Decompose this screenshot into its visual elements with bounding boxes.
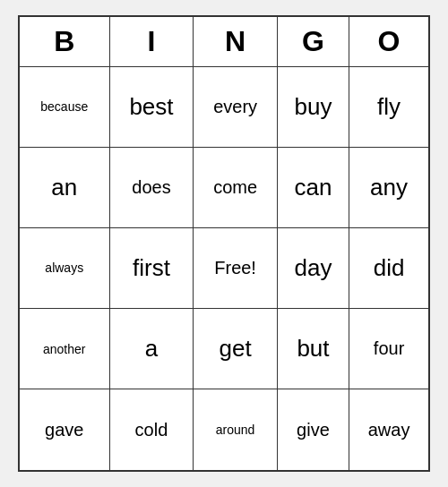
cell-r0-c0: because bbox=[20, 66, 109, 147]
header-n: N bbox=[194, 17, 277, 66]
cell-r1-c4: any bbox=[349, 147, 428, 227]
cell-r1-c0: an bbox=[20, 147, 109, 227]
header-b: B bbox=[20, 17, 109, 66]
cell-r4-c4: away bbox=[349, 389, 428, 470]
cell-r1-c1: does bbox=[109, 147, 194, 227]
cell-r4-c2: around bbox=[194, 389, 277, 470]
header-g: G bbox=[277, 17, 349, 66]
cell-r4-c3: give bbox=[277, 389, 349, 470]
table-row: alwaysfirstFree!daydid bbox=[20, 227, 428, 308]
cell-r2-c3: day bbox=[277, 227, 349, 308]
cell-r4-c1: cold bbox=[109, 389, 194, 470]
table-row: andoescomecanany bbox=[20, 147, 428, 227]
cell-r0-c4: fly bbox=[349, 66, 428, 147]
cell-r4-c0: gave bbox=[20, 389, 109, 470]
header-o: O bbox=[349, 17, 428, 66]
cell-r3-c4: four bbox=[349, 309, 428, 389]
cell-r0-c2: every bbox=[194, 66, 277, 147]
cell-r2-c0: always bbox=[20, 227, 109, 308]
cell-r0-c1: best bbox=[109, 66, 194, 147]
cell-r2-c4: did bbox=[349, 227, 428, 308]
bingo-table: BINGO becausebesteverybuyflyandoescomeca… bbox=[20, 17, 428, 470]
table-row: becausebesteverybuyfly bbox=[20, 66, 428, 147]
cell-r1-c3: can bbox=[277, 147, 349, 227]
cell-r3-c0: another bbox=[20, 309, 109, 389]
table-row: anotheragetbutfour bbox=[20, 309, 428, 389]
table-row: gavecoldaroundgiveaway bbox=[20, 389, 428, 470]
cell-r1-c2: come bbox=[194, 147, 277, 227]
cell-r0-c3: buy bbox=[277, 66, 349, 147]
cell-r3-c3: but bbox=[277, 309, 349, 389]
cell-r2-c2: Free! bbox=[194, 227, 277, 308]
cell-r2-c1: first bbox=[109, 227, 194, 308]
bingo-card: BINGO becausebesteverybuyflyandoescomeca… bbox=[18, 15, 430, 472]
cell-r3-c1: a bbox=[109, 309, 194, 389]
cell-r3-c2: get bbox=[194, 309, 277, 389]
header-i: I bbox=[109, 17, 194, 66]
header-row: BINGO bbox=[20, 17, 428, 66]
